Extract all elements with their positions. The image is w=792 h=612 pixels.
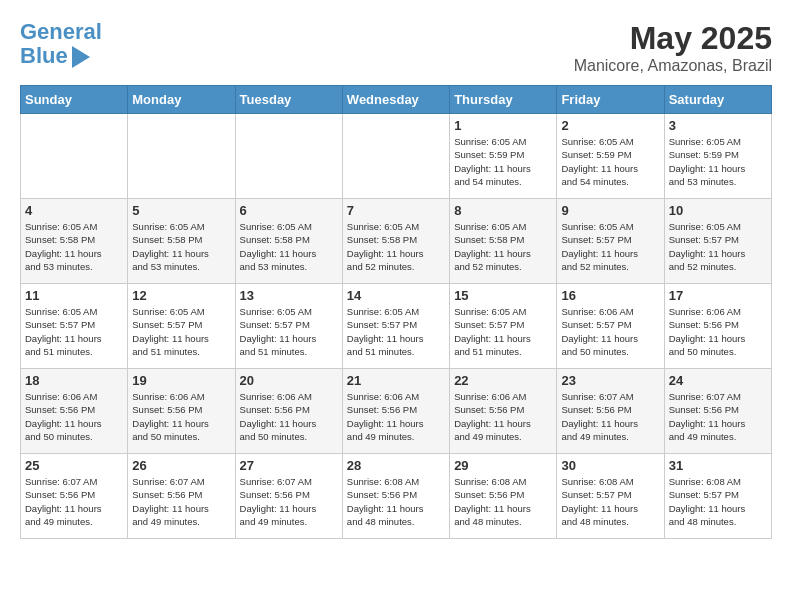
day-number: 20 xyxy=(240,373,338,388)
page-header: General Blue May 2025 Manicore, Amazonas… xyxy=(20,20,772,75)
calendar-cell: 24Sunrise: 6:07 AM Sunset: 5:56 PM Dayli… xyxy=(664,369,771,454)
day-number: 22 xyxy=(454,373,552,388)
day-number: 2 xyxy=(561,118,659,133)
weekday-header-monday: Monday xyxy=(128,86,235,114)
day-info: Sunrise: 6:05 AM Sunset: 5:57 PM Dayligh… xyxy=(25,305,123,358)
day-info: Sunrise: 6:07 AM Sunset: 5:56 PM Dayligh… xyxy=(132,475,230,528)
day-number: 28 xyxy=(347,458,445,473)
day-number: 29 xyxy=(454,458,552,473)
day-number: 27 xyxy=(240,458,338,473)
calendar-cell: 14Sunrise: 6:05 AM Sunset: 5:57 PM Dayli… xyxy=(342,284,449,369)
calendar-cell: 7Sunrise: 6:05 AM Sunset: 5:58 PM Daylig… xyxy=(342,199,449,284)
calendar-cell: 15Sunrise: 6:05 AM Sunset: 5:57 PM Dayli… xyxy=(450,284,557,369)
day-info: Sunrise: 6:05 AM Sunset: 5:57 PM Dayligh… xyxy=(132,305,230,358)
calendar-cell xyxy=(128,114,235,199)
calendar-cell: 12Sunrise: 6:05 AM Sunset: 5:57 PM Dayli… xyxy=(128,284,235,369)
day-number: 9 xyxy=(561,203,659,218)
logo-text: General xyxy=(20,20,102,44)
calendar-cell: 8Sunrise: 6:05 AM Sunset: 5:58 PM Daylig… xyxy=(450,199,557,284)
weekday-header-row: SundayMondayTuesdayWednesdayThursdayFrid… xyxy=(21,86,772,114)
calendar-cell: 6Sunrise: 6:05 AM Sunset: 5:58 PM Daylig… xyxy=(235,199,342,284)
day-info: Sunrise: 6:07 AM Sunset: 5:56 PM Dayligh… xyxy=(669,390,767,443)
day-info: Sunrise: 6:07 AM Sunset: 5:56 PM Dayligh… xyxy=(561,390,659,443)
day-info: Sunrise: 6:05 AM Sunset: 5:59 PM Dayligh… xyxy=(669,135,767,188)
logo-blue: Blue xyxy=(20,44,68,68)
calendar-table: SundayMondayTuesdayWednesdayThursdayFrid… xyxy=(20,85,772,539)
day-info: Sunrise: 6:05 AM Sunset: 5:58 PM Dayligh… xyxy=(347,220,445,273)
day-info: Sunrise: 6:08 AM Sunset: 5:56 PM Dayligh… xyxy=(347,475,445,528)
day-number: 14 xyxy=(347,288,445,303)
calendar-week-2: 4Sunrise: 6:05 AM Sunset: 5:58 PM Daylig… xyxy=(21,199,772,284)
calendar-cell: 27Sunrise: 6:07 AM Sunset: 5:56 PM Dayli… xyxy=(235,454,342,539)
calendar-cell: 20Sunrise: 6:06 AM Sunset: 5:56 PM Dayli… xyxy=(235,369,342,454)
day-number: 10 xyxy=(669,203,767,218)
calendar-cell: 21Sunrise: 6:06 AM Sunset: 5:56 PM Dayli… xyxy=(342,369,449,454)
location: Manicore, Amazonas, Brazil xyxy=(574,57,772,75)
day-number: 12 xyxy=(132,288,230,303)
calendar-week-4: 18Sunrise: 6:06 AM Sunset: 5:56 PM Dayli… xyxy=(21,369,772,454)
weekday-header-sunday: Sunday xyxy=(21,86,128,114)
calendar-cell: 18Sunrise: 6:06 AM Sunset: 5:56 PM Dayli… xyxy=(21,369,128,454)
calendar-cell: 9Sunrise: 6:05 AM Sunset: 5:57 PM Daylig… xyxy=(557,199,664,284)
calendar-cell: 4Sunrise: 6:05 AM Sunset: 5:58 PM Daylig… xyxy=(21,199,128,284)
calendar-cell: 16Sunrise: 6:06 AM Sunset: 5:57 PM Dayli… xyxy=(557,284,664,369)
calendar-cell xyxy=(342,114,449,199)
day-info: Sunrise: 6:06 AM Sunset: 5:56 PM Dayligh… xyxy=(454,390,552,443)
calendar-cell: 19Sunrise: 6:06 AM Sunset: 5:56 PM Dayli… xyxy=(128,369,235,454)
day-info: Sunrise: 6:05 AM Sunset: 5:58 PM Dayligh… xyxy=(240,220,338,273)
day-number: 31 xyxy=(669,458,767,473)
day-info: Sunrise: 6:06 AM Sunset: 5:56 PM Dayligh… xyxy=(132,390,230,443)
day-number: 8 xyxy=(454,203,552,218)
calendar-week-5: 25Sunrise: 6:07 AM Sunset: 5:56 PM Dayli… xyxy=(21,454,772,539)
day-info: Sunrise: 6:06 AM Sunset: 5:56 PM Dayligh… xyxy=(347,390,445,443)
day-number: 19 xyxy=(132,373,230,388)
day-number: 21 xyxy=(347,373,445,388)
calendar-week-3: 11Sunrise: 6:05 AM Sunset: 5:57 PM Dayli… xyxy=(21,284,772,369)
day-number: 26 xyxy=(132,458,230,473)
day-info: Sunrise: 6:08 AM Sunset: 5:56 PM Dayligh… xyxy=(454,475,552,528)
logo-general: General xyxy=(20,19,102,44)
calendar-cell: 29Sunrise: 6:08 AM Sunset: 5:56 PM Dayli… xyxy=(450,454,557,539)
day-info: Sunrise: 6:05 AM Sunset: 5:57 PM Dayligh… xyxy=(240,305,338,358)
logo-arrow-icon xyxy=(72,46,90,68)
calendar-cell: 26Sunrise: 6:07 AM Sunset: 5:56 PM Dayli… xyxy=(128,454,235,539)
weekday-header-tuesday: Tuesday xyxy=(235,86,342,114)
day-number: 7 xyxy=(347,203,445,218)
day-info: Sunrise: 6:05 AM Sunset: 5:59 PM Dayligh… xyxy=(454,135,552,188)
calendar-cell xyxy=(21,114,128,199)
day-info: Sunrise: 6:07 AM Sunset: 5:56 PM Dayligh… xyxy=(25,475,123,528)
day-info: Sunrise: 6:05 AM Sunset: 5:57 PM Dayligh… xyxy=(669,220,767,273)
day-number: 15 xyxy=(454,288,552,303)
day-number: 1 xyxy=(454,118,552,133)
day-info: Sunrise: 6:06 AM Sunset: 5:57 PM Dayligh… xyxy=(561,305,659,358)
day-number: 24 xyxy=(669,373,767,388)
day-info: Sunrise: 6:08 AM Sunset: 5:57 PM Dayligh… xyxy=(669,475,767,528)
weekday-header-thursday: Thursday xyxy=(450,86,557,114)
day-number: 30 xyxy=(561,458,659,473)
calendar-cell: 28Sunrise: 6:08 AM Sunset: 5:56 PM Dayli… xyxy=(342,454,449,539)
day-info: Sunrise: 6:06 AM Sunset: 5:56 PM Dayligh… xyxy=(240,390,338,443)
calendar-cell: 2Sunrise: 6:05 AM Sunset: 5:59 PM Daylig… xyxy=(557,114,664,199)
day-info: Sunrise: 6:05 AM Sunset: 5:58 PM Dayligh… xyxy=(132,220,230,273)
month-title: May 2025 xyxy=(574,20,772,57)
day-info: Sunrise: 6:05 AM Sunset: 5:58 PM Dayligh… xyxy=(25,220,123,273)
day-info: Sunrise: 6:06 AM Sunset: 5:56 PM Dayligh… xyxy=(25,390,123,443)
day-info: Sunrise: 6:05 AM Sunset: 5:57 PM Dayligh… xyxy=(454,305,552,358)
day-info: Sunrise: 6:08 AM Sunset: 5:57 PM Dayligh… xyxy=(561,475,659,528)
calendar-cell: 10Sunrise: 6:05 AM Sunset: 5:57 PM Dayli… xyxy=(664,199,771,284)
calendar-cell: 30Sunrise: 6:08 AM Sunset: 5:57 PM Dayli… xyxy=(557,454,664,539)
logo: General Blue xyxy=(20,20,102,68)
day-number: 3 xyxy=(669,118,767,133)
calendar-cell: 1Sunrise: 6:05 AM Sunset: 5:59 PM Daylig… xyxy=(450,114,557,199)
day-number: 17 xyxy=(669,288,767,303)
calendar-cell: 17Sunrise: 6:06 AM Sunset: 5:56 PM Dayli… xyxy=(664,284,771,369)
day-number: 6 xyxy=(240,203,338,218)
calendar-cell: 22Sunrise: 6:06 AM Sunset: 5:56 PM Dayli… xyxy=(450,369,557,454)
day-number: 13 xyxy=(240,288,338,303)
day-info: Sunrise: 6:05 AM Sunset: 5:58 PM Dayligh… xyxy=(454,220,552,273)
day-info: Sunrise: 6:05 AM Sunset: 5:57 PM Dayligh… xyxy=(347,305,445,358)
day-info: Sunrise: 6:05 AM Sunset: 5:57 PM Dayligh… xyxy=(561,220,659,273)
weekday-header-friday: Friday xyxy=(557,86,664,114)
day-number: 25 xyxy=(25,458,123,473)
day-info: Sunrise: 6:06 AM Sunset: 5:56 PM Dayligh… xyxy=(669,305,767,358)
